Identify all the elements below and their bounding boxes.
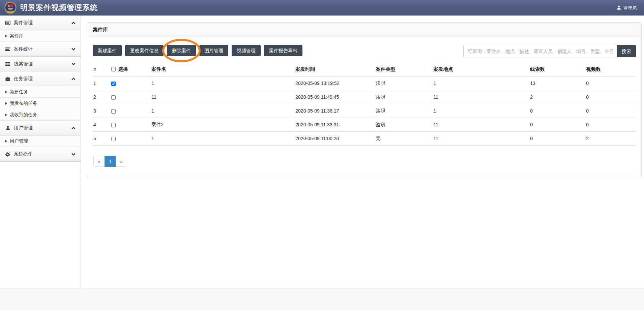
edit-case-info-button[interactable]: 更改案件信息 bbox=[125, 45, 164, 56]
sidebar-item-system-operations[interactable]: 系统操作 bbox=[0, 147, 81, 162]
table-column-header: # bbox=[93, 63, 111, 76]
police-badge-icon bbox=[3, 1, 18, 15]
sidebar-item-label: 线索管理 bbox=[14, 61, 33, 67]
caret-right-icon bbox=[5, 35, 7, 37]
user-icon bbox=[616, 5, 621, 10]
case-time-cell: 2020-05-09 11:38:17 bbox=[295, 104, 375, 118]
caret-right-icon bbox=[5, 102, 7, 105]
row-select-cell bbox=[111, 132, 151, 146]
sidebar-item-label: 用户管理 bbox=[14, 125, 33, 131]
video-count-cell: 0 bbox=[585, 90, 636, 104]
chevron-down-icon bbox=[71, 62, 76, 66]
case-time-cell: 2020-05-09 13:19:52 bbox=[295, 76, 375, 90]
sidebar-item-task-management[interactable]: 任务管理 bbox=[0, 71, 81, 86]
row-select-checkbox[interactable] bbox=[111, 123, 116, 127]
row-index: 2 bbox=[93, 90, 111, 104]
search-input[interactable] bbox=[463, 45, 617, 57]
annotated-button-wrap: 删除案件 bbox=[167, 45, 196, 56]
gear-icon bbox=[5, 152, 11, 157]
table-column-header: 视频数 bbox=[585, 63, 636, 76]
image-management-button[interactable]: 图片管理 bbox=[199, 45, 228, 56]
case-name-cell: 11 bbox=[151, 90, 295, 104]
pagination-page[interactable]: 1 bbox=[105, 156, 116, 167]
sidebar-item-label: 案件库 bbox=[10, 33, 24, 39]
row-select-cell bbox=[111, 76, 151, 90]
main-layout: 案件管理案件库案件统计线索管理任务管理新建任务我发布的任务我收到的任务用户管理用… bbox=[0, 16, 644, 288]
table-column-header: 线索数 bbox=[529, 63, 585, 76]
case-time-cell: 2020-05-09 11:49:45 bbox=[295, 90, 375, 104]
case-location-cell: 11 bbox=[433, 90, 529, 104]
case-location-cell: 1 bbox=[433, 76, 529, 90]
sidebar: 案件管理案件库案件统计线索管理任务管理新建任务我发布的任务我收到的任务用户管理用… bbox=[0, 16, 81, 288]
toolbar-row: 新建案件更改案件信息删除案件图片管理视频管理案件报告导出 搜索 bbox=[93, 45, 636, 57]
search-button[interactable]: 搜索 bbox=[617, 45, 636, 57]
footer-strip bbox=[0, 288, 644, 310]
case-location-cell: 11 bbox=[433, 118, 529, 132]
sidebar-item-case-library[interactable]: 案件库 bbox=[0, 30, 81, 42]
pagination-next[interactable]: » bbox=[116, 156, 127, 167]
navbar-user-menu[interactable]: 管理员 bbox=[616, 5, 637, 11]
top-navbar: 明景案件视频管理系统 管理员 bbox=[0, 0, 644, 16]
case-table: #选择案件名案发时间案件类型案发地点线索数视频数 112020-05-09 13… bbox=[93, 63, 636, 146]
row-select-cell bbox=[111, 118, 151, 132]
row-select-checkbox[interactable] bbox=[111, 95, 116, 100]
delete-case-button[interactable]: 删除案件 bbox=[167, 45, 196, 56]
new-case-button[interactable]: 新建案件 bbox=[93, 45, 122, 56]
table-row: 312020-05-09 11:38:17渎职100 bbox=[93, 104, 636, 118]
sidebar-item-case-management[interactable]: 案件管理 bbox=[0, 16, 81, 30]
row-index: 5 bbox=[93, 132, 111, 146]
clue-count-cell: 0 bbox=[529, 118, 585, 132]
case-type-cell: 盗窃 bbox=[375, 118, 433, 132]
clue-count-cell: 2 bbox=[529, 90, 585, 104]
chevron-up-icon bbox=[71, 76, 76, 81]
sidebar-item-label: 我发布的任务 bbox=[10, 100, 37, 106]
sidebar-item-my-published-tasks[interactable]: 我发布的任务 bbox=[0, 98, 81, 109]
sidebar-item-label: 任务管理 bbox=[14, 76, 33, 82]
sidebar-item-case-statistics[interactable]: 案件统计 bbox=[0, 42, 81, 57]
sidebar-item-label: 我收到的任务 bbox=[10, 112, 37, 118]
clue-count-cell: 13 bbox=[529, 76, 585, 90]
table-row: 4案件22020-05-09 11:33:31盗窃1100 bbox=[93, 118, 636, 132]
clue-count-cell: 0 bbox=[529, 132, 585, 146]
case-report-export-button[interactable]: 案件报告导出 bbox=[264, 45, 302, 56]
select-all-checkbox[interactable] bbox=[111, 67, 116, 71]
navbar-user-label: 管理员 bbox=[623, 5, 637, 11]
panel-header: 案件库 bbox=[87, 23, 641, 37]
search-group: 搜索 bbox=[463, 45, 636, 57]
toolbar-button-group: 新建案件更改案件信息删除案件图片管理视频管理案件报告导出 bbox=[93, 45, 302, 56]
sidebar-item-label: 案件管理 bbox=[14, 20, 33, 26]
content-area: 案件库 新建案件更改案件信息删除案件图片管理视频管理案件报告导出 搜索 bbox=[81, 16, 644, 288]
row-select-cell bbox=[111, 90, 151, 104]
briefcase-icon bbox=[5, 76, 11, 82]
sidebar-item-new-task[interactable]: 新建任务 bbox=[0, 86, 81, 98]
video-count-cell: 2 bbox=[585, 132, 636, 146]
clue-list-icon bbox=[5, 61, 11, 67]
video-count-cell: 0 bbox=[585, 76, 636, 90]
table-column-header: 案件名 bbox=[151, 63, 295, 76]
caret-right-icon bbox=[5, 140, 7, 143]
chevron-down-icon bbox=[71, 152, 76, 157]
case-library-panel: 案件库 新建案件更改案件信息删除案件图片管理视频管理案件报告导出 搜索 bbox=[87, 22, 642, 177]
case-management-icon bbox=[5, 20, 11, 26]
row-select-checkbox[interactable] bbox=[111, 82, 116, 86]
row-select-checkbox[interactable] bbox=[111, 137, 116, 141]
sidebar-item-label: 新建任务 bbox=[10, 89, 28, 95]
case-time-cell: 2020-05-09 11:33:31 bbox=[295, 118, 375, 132]
sidebar-item-clue-management[interactable]: 线索管理 bbox=[0, 57, 81, 71]
row-select-checkbox[interactable] bbox=[111, 109, 116, 114]
sidebar-item-user-management-sub[interactable]: 用户管理 bbox=[0, 135, 81, 147]
sidebar-item-my-received-tasks[interactable]: 我收到的任务 bbox=[0, 109, 81, 121]
video-count-cell: 0 bbox=[585, 104, 636, 118]
table-row: 2112020-05-09 11:49:45渎职1120 bbox=[93, 90, 636, 104]
caret-right-icon bbox=[5, 91, 7, 93]
case-name-cell: 案件2 bbox=[151, 118, 295, 132]
sidebar-item-user-management[interactable]: 用户管理 bbox=[0, 121, 81, 135]
pagination-prev[interactable]: « bbox=[93, 156, 105, 167]
video-management-button[interactable]: 视频管理 bbox=[232, 45, 261, 56]
case-type-cell: 无 bbox=[375, 132, 433, 146]
app-title: 明景案件视频管理系统 bbox=[20, 3, 98, 13]
sidebar-item-label: 用户管理 bbox=[10, 138, 28, 144]
chevron-down-icon bbox=[71, 47, 76, 52]
case-name-cell: 1 bbox=[151, 76, 295, 90]
table-column-header: 选择 bbox=[111, 63, 151, 76]
